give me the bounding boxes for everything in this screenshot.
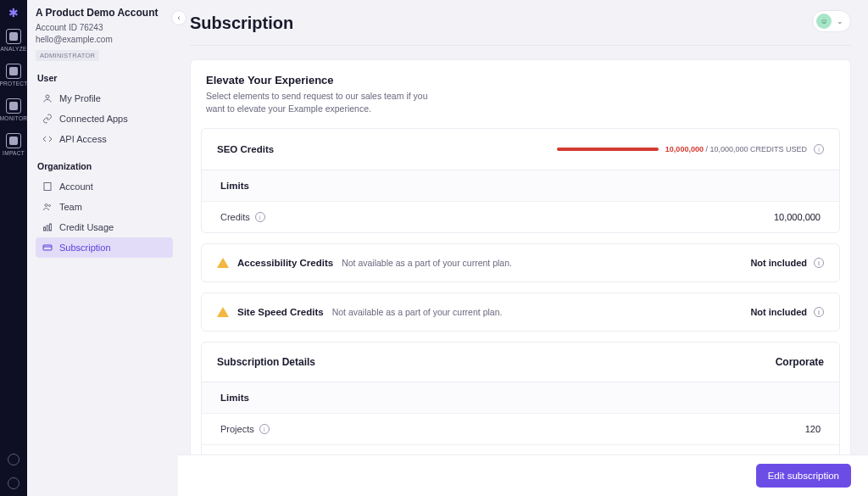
- account-id: Account ID 76243: [36, 22, 173, 34]
- account-email: hello@example.com: [36, 34, 173, 46]
- code-icon: [42, 134, 53, 144]
- sidebar-item-label: API Access: [59, 134, 107, 144]
- chart-icon: [42, 222, 53, 232]
- limit-value: 10,000,000: [774, 212, 821, 222]
- accessibility-credits-card: Accessibility Credits Not available as a…: [201, 243, 840, 282]
- user-icon: [42, 93, 53, 103]
- sidebar-item-account[interactable]: Account: [36, 176, 173, 197]
- limit-row-credits: Credits i 10,000,000: [202, 201, 839, 232]
- rail-smile-icon[interactable]: [8, 454, 19, 465]
- limits-header: Limits: [202, 170, 839, 201]
- rail-label: PROTECT: [0, 81, 28, 86]
- sidebar-item-team[interactable]: Team: [36, 197, 173, 217]
- page-title: Subscription: [190, 14, 851, 33]
- limit-label: Credits: [220, 212, 250, 222]
- sidebar-group-user: User: [36, 73, 173, 83]
- monitor-icon: [6, 98, 21, 114]
- impact-icon: [6, 133, 21, 148]
- svg-point-4: [45, 204, 47, 207]
- team-icon: [42, 202, 53, 212]
- card-icon: [42, 242, 53, 253]
- not-included-status: Not included i: [750, 307, 824, 317]
- warning-icon: [217, 258, 229, 268]
- sidebar-item-label: Connected Apps: [59, 114, 128, 124]
- edit-subscription-button[interactable]: Edit subscription: [756, 464, 851, 488]
- seo-credits-title: SEO Credits: [217, 144, 274, 154]
- sidebar-item-api-access[interactable]: API Access: [36, 129, 173, 149]
- sidebar-item-label: Account: [59, 181, 93, 192]
- warning-icon: [217, 307, 229, 317]
- protect-icon: [6, 64, 21, 79]
- limit-label: Projects: [220, 424, 254, 434]
- site-speed-credits-card: Site Speed Credits Not available as a pa…: [201, 293, 840, 332]
- rail-item-analyze[interactable]: ANALYZE: [3, 25, 25, 55]
- svg-point-0: [46, 95, 49, 98]
- usage-bar: [557, 148, 659, 151]
- sidebar-item-subscription[interactable]: Subscription: [36, 237, 173, 258]
- rail-label: MONITOR: [0, 115, 27, 121]
- seo-usage-text: 10,000,000 / 10,000,000 CREDITS USED: [665, 145, 807, 153]
- rail-label: ANALYZE: [0, 46, 26, 52]
- credit-name: Accessibility Credits: [237, 258, 333, 268]
- subscription-plan: Corporate: [776, 356, 824, 368]
- rail-help-icon[interactable]: [8, 477, 19, 489]
- limit-row-projects: Projects i 120: [202, 413, 839, 444]
- logo-icon: ✱: [6, 5, 21, 20]
- sidebar-group-organization: Organization: [36, 161, 173, 171]
- building-icon: [42, 181, 53, 192]
- sidebar-item-label: Team: [59, 202, 82, 212]
- svg-rect-9: [43, 245, 52, 250]
- credit-unavailable-msg: Not available as a part of your current …: [342, 258, 512, 268]
- sidebar: ‹ A Product Demo Account Account ID 7624…: [27, 0, 178, 496]
- sidebar-item-label: My Profile: [59, 93, 101, 103]
- not-included-status: Not included i: [750, 258, 824, 268]
- rail-label: IMPACT: [3, 150, 25, 156]
- svg-rect-8: [50, 224, 52, 231]
- sidebar-item-my-profile[interactable]: My Profile: [36, 88, 173, 109]
- svg-point-5: [49, 205, 51, 207]
- sidebar-item-label: Credit Usage: [59, 222, 114, 232]
- credit-unavailable-msg: Not available as a part of your current …: [332, 307, 503, 317]
- info-icon[interactable]: i: [255, 212, 265, 222]
- elevate-subtitle: Select elements to send request to our s…: [206, 90, 443, 114]
- limits-header: Limits: [202, 382, 839, 413]
- link-icon: [42, 114, 53, 124]
- rail-item-impact[interactable]: IMPACT: [3, 130, 25, 159]
- nav-rail: ✱ ANALYZE PROTECT MONITOR IMPACT: [0, 0, 27, 496]
- rail-item-protect[interactable]: PROTECT: [3, 60, 25, 90]
- user-menu[interactable]: ☺ ⌄: [812, 10, 851, 32]
- subscription-details-title: Subscription Details: [217, 356, 315, 368]
- sidebar-item-label: Subscription: [59, 242, 111, 253]
- elevate-title: Elevate Your Experience: [206, 74, 835, 86]
- svg-rect-6: [44, 227, 46, 231]
- svg-rect-7: [47, 226, 48, 231]
- info-icon[interactable]: i: [814, 258, 824, 268]
- main-content: ☺ ⌄ Subscription Elevate Your Experience…: [178, 0, 868, 496]
- svg-rect-1: [44, 183, 51, 191]
- sidebar-item-connected-apps[interactable]: Connected Apps: [36, 109, 173, 129]
- seo-credits-card: SEO Credits 10,000,000 / 10,000,000 CRED…: [201, 128, 840, 233]
- chevron-down-icon: ⌄: [837, 17, 843, 25]
- account-name: A Product Demo Account: [36, 7, 173, 19]
- info-icon[interactable]: i: [814, 144, 824, 154]
- rail-item-monitor[interactable]: MONITOR: [3, 95, 25, 125]
- elevate-card: Elevate Your Experience Select elements …: [190, 59, 851, 496]
- seo-usage-meter: 10,000,000 / 10,000,000 CREDITS USED i: [557, 144, 824, 154]
- avatar-icon: ☺: [816, 14, 832, 29]
- info-icon[interactable]: i: [814, 307, 824, 317]
- role-badge: ADMINISTRATOR: [36, 50, 99, 61]
- credit-name: Site Speed Credits: [237, 307, 324, 317]
- analyze-icon: [6, 29, 21, 44]
- sidebar-item-credit-usage[interactable]: Credit Usage: [36, 217, 173, 237]
- limit-value: 120: [805, 424, 821, 434]
- info-icon[interactable]: i: [259, 424, 270, 434]
- footer-bar: Edit subscription: [178, 454, 868, 496]
- divider: [190, 45, 851, 46]
